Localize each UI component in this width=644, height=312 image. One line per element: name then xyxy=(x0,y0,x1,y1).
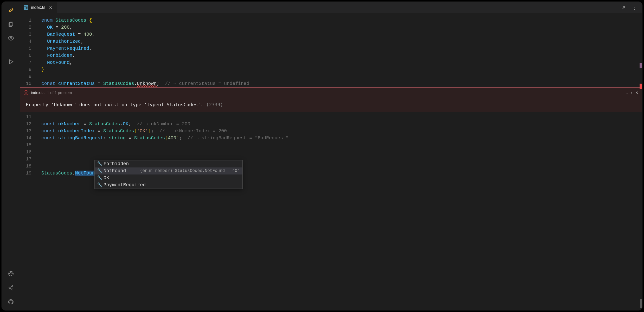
line-number: 1 xyxy=(20,17,38,24)
line-number: 6 xyxy=(20,52,38,59)
line-number: 10 xyxy=(20,80,38,87)
app-frame: TS index.ts ✕ P ⋮ 1enum StatusCodes { 2O… xyxy=(2,2,642,310)
line-number: 12 xyxy=(20,121,38,128)
problems-filename: index.ts xyxy=(31,89,44,96)
completion-widget[interactable]: 🔧 Forbidden 🔧 NotFound (enum member) Sta… xyxy=(94,160,243,189)
completion-hint: (enum member) StatusCodes.NotFound = 404 xyxy=(140,167,240,174)
palette-icon[interactable] xyxy=(7,270,15,277)
ruler-viewport[interactable] xyxy=(640,299,642,308)
prettier-icon[interactable]: P xyxy=(621,4,626,11)
svg-point-10 xyxy=(9,287,10,289)
pill-logo-icon[interactable] xyxy=(7,7,15,14)
tab-filename: index.ts xyxy=(31,5,45,10)
svg-line-13 xyxy=(10,288,12,289)
svg-point-4 xyxy=(10,38,12,39)
line-number: 13 xyxy=(20,128,38,135)
activity-bar xyxy=(2,2,20,310)
line-number: 19 xyxy=(20,170,38,177)
svg-point-11 xyxy=(12,289,13,290)
line-number: 8 xyxy=(20,66,38,73)
problems-header: ✕ index.ts 1 of 1 problem ↓ ↑ ✕ xyxy=(20,88,642,98)
share-icon[interactable] xyxy=(7,284,15,291)
overview-ruler[interactable] xyxy=(640,13,642,310)
run-icon[interactable] xyxy=(7,58,15,65)
line-number: 15 xyxy=(20,142,38,149)
problems-count: 1 of 1 problem xyxy=(47,89,72,96)
line-number: 2 xyxy=(20,24,38,31)
wrench-icon: 🔧 xyxy=(97,167,101,174)
editor-tab[interactable]: TS index.ts ✕ xyxy=(20,2,57,13)
problems-next-icon[interactable]: ↓ xyxy=(626,89,628,96)
ruler-highlight xyxy=(640,63,642,68)
line-number: 9 xyxy=(20,73,38,80)
eye-icon[interactable] xyxy=(7,35,15,42)
editor-column: TS index.ts ✕ P ⋮ 1enum StatusCodes { 2O… xyxy=(20,2,642,310)
line-number: 4 xyxy=(20,38,38,45)
files-icon[interactable] xyxy=(7,21,15,28)
line-number: 16 xyxy=(20,149,38,156)
github-icon[interactable] xyxy=(7,298,15,305)
tab-bar: TS index.ts ✕ P ⋮ xyxy=(20,2,642,13)
error-squiggle[interactable]: Unknown xyxy=(137,81,157,86)
code-editor[interactable]: 1enum StatusCodes { 2OK = 200, 3BadReque… xyxy=(20,13,642,310)
more-menu-icon[interactable]: ⋮ xyxy=(631,3,638,12)
line-number: 5 xyxy=(20,45,38,52)
problems-prev-icon[interactable]: ↑ xyxy=(631,89,633,96)
line-number: 3 xyxy=(20,31,38,38)
svg-point-7 xyxy=(11,272,11,273)
svg-point-8 xyxy=(12,273,12,273)
line-number: 18 xyxy=(20,163,38,170)
problems-panel: ✕ index.ts 1 of 1 problem ↓ ↑ ✕ Property… xyxy=(20,87,642,112)
tab-bar-tools: P ⋮ xyxy=(621,2,642,13)
line-number: 14 xyxy=(20,135,38,142)
wrench-icon: 🔧 xyxy=(97,160,101,167)
problems-close-icon[interactable]: ✕ xyxy=(635,89,639,96)
wrench-icon: 🔧 xyxy=(97,182,101,189)
completion-item-selected[interactable]: 🔧 NotFound (enum member) StatusCodes.Not… xyxy=(95,167,242,174)
svg-line-12 xyxy=(10,286,12,288)
svg-point-6 xyxy=(9,273,10,273)
error-circle-icon: ✕ xyxy=(24,90,28,95)
line-number: 11 xyxy=(20,114,38,121)
problems-message: Property 'Unknown' does not exist on typ… xyxy=(20,98,642,112)
line-number: 7 xyxy=(20,59,38,66)
completion-item[interactable]: 🔧 Forbidden xyxy=(95,160,242,167)
completion-item[interactable]: 🔧 PaymentRequired xyxy=(95,182,242,189)
code-area: 1enum StatusCodes { 2OK = 200, 3BadReque… xyxy=(20,13,642,177)
ruler-error xyxy=(640,84,642,89)
ts-badge-icon: TS xyxy=(24,5,28,10)
svg-marker-5 xyxy=(9,60,13,64)
line-number: 17 xyxy=(20,156,38,163)
completion-item[interactable]: 🔧 OK xyxy=(95,174,242,182)
svg-point-9 xyxy=(12,285,13,287)
wrench-icon: 🔧 xyxy=(97,174,101,182)
close-tab-icon[interactable]: ✕ xyxy=(48,5,53,11)
